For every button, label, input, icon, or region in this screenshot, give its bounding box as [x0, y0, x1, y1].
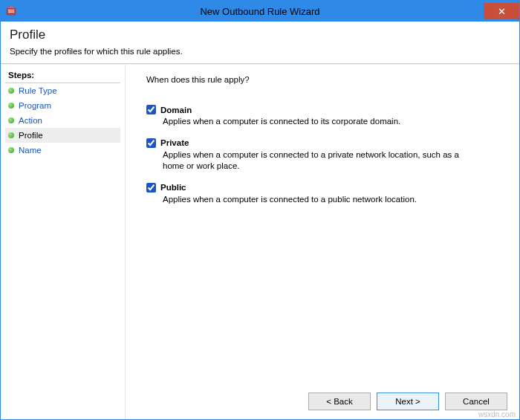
wizard-window: New Outbound Rule Wizard ✕ Profile Speci… — [0, 0, 520, 420]
option-private: Private Applies when a computer is conne… — [146, 138, 504, 172]
close-icon: ✕ — [498, 6, 506, 17]
header-section: Profile Specify the profiles for which t… — [1, 22, 519, 64]
option-label: Private — [160, 138, 189, 147]
bullet-icon — [8, 103, 14, 109]
option-description: Applies when a computer is connected to … — [163, 116, 475, 128]
watermark: wsxdn.com — [478, 410, 516, 419]
bullet-icon — [8, 132, 14, 138]
steps-sidebar: Steps: Rule Type Program Action Profile … — [1, 65, 126, 419]
step-label: Program — [19, 101, 51, 110]
window-title: New Outbound Rule Wizard — [1, 6, 519, 17]
titlebar: New Outbound Rule Wizard ✕ — [1, 1, 519, 22]
option-label: Domain — [160, 106, 192, 114]
back-button[interactable]: < Back — [308, 392, 371, 410]
option-label: Public — [160, 183, 186, 192]
bullet-icon — [8, 88, 14, 94]
option-public: Public Applies when a computer is connec… — [146, 183, 504, 206]
page-title: Profile — [10, 28, 510, 42]
checkbox-domain[interactable] — [146, 105, 156, 114]
footer-buttons: < Back Next > Cancel — [308, 392, 507, 410]
close-button[interactable]: ✕ — [484, 3, 519, 19]
next-button[interactable]: Next > — [377, 392, 439, 410]
step-action[interactable]: Action — [5, 113, 120, 128]
content-pane: When does this rule apply? Domain Applie… — [126, 65, 519, 419]
svg-rect-2 — [8, 12, 14, 13]
step-name[interactable]: Name — [5, 143, 120, 158]
checkbox-private[interactable] — [146, 138, 156, 148]
app-icon — [5, 5, 17, 17]
step-rule-type[interactable]: Rule Type — [5, 83, 120, 98]
step-label: Name — [19, 146, 42, 155]
bullet-icon — [8, 147, 14, 153]
option-description: Applies when a computer is connected to … — [163, 194, 475, 206]
wizard-body: Steps: Rule Type Program Action Profile … — [1, 64, 519, 419]
option-row[interactable]: Public — [146, 183, 504, 193]
checkbox-public[interactable] — [146, 183, 156, 193]
cancel-button[interactable]: Cancel — [445, 392, 507, 410]
option-row[interactable]: Domain — [146, 105, 504, 114]
question-text: When does this rule apply? — [146, 75, 504, 84]
step-label: Action — [19, 116, 42, 125]
step-program[interactable]: Program — [5, 98, 120, 113]
steps-heading: Steps: — [5, 69, 120, 83]
svg-rect-1 — [8, 10, 14, 10]
option-domain: Domain Applies when a computer is connec… — [146, 105, 504, 128]
step-label: Rule Type — [19, 86, 57, 95]
bullet-icon — [8, 117, 14, 123]
option-description: Applies when a computer is connected to … — [163, 149, 475, 172]
step-profile[interactable]: Profile — [5, 128, 120, 143]
step-label: Profile — [19, 131, 43, 140]
option-row[interactable]: Private — [146, 138, 504, 148]
page-subtitle: Specify the profiles for which this rule… — [10, 47, 510, 56]
